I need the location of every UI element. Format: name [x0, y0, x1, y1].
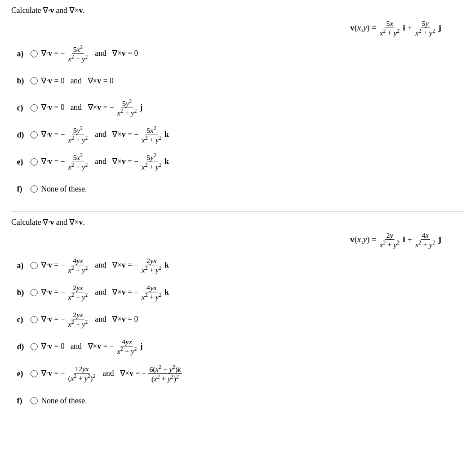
label-2b: b): [17, 288, 27, 297]
vector-field-2: v(x,y) = 2yx2 + y2 i + 4xx2 + y2 j: [11, 232, 464, 250]
label-2e: e): [17, 370, 27, 379]
problem-2-options: a) ∇·v = − 4yxx2 + y2 and ∇×v = − 2yxx2 …: [17, 255, 464, 412]
option-1f: f) None of these.: [17, 179, 464, 200]
option-2b-text: ∇·v = − 2yxx2 + y2 and ∇×v = − 4yxx2 + y…: [41, 284, 169, 302]
label-1b: b): [17, 77, 27, 86]
problem-1-header: Calculate ∇·v and ∇×v.: [11, 6, 464, 15]
option-1c: c) ∇·v = 0 and ∇×v = − 5y2x2 + y2 j: [17, 97, 464, 119]
divider: [11, 211, 464, 212]
option-2d: d) ∇·v = 0 and ∇×v = − 4yxx2 + y2 j: [17, 336, 464, 358]
option-1e: e) ∇·v = − 5x2x2 + y2 and ∇×v = − 5y2x2 …: [17, 152, 464, 173]
option-1d-text: ∇·v = − 5y2x2 + y2 and ∇×v = − 5x2x2 + y…: [41, 126, 169, 145]
option-2e: e) ∇·v = − 12yx (x2 + y2)2 and ∇×v = − 6…: [17, 363, 464, 385]
option-2b: b) ∇·v = − 2yxx2 + y2 and ∇×v = − 4yxx2 …: [17, 282, 464, 304]
option-1b: b) ∇·v = 0 and ∇×v = 0: [17, 70, 464, 92]
label-1d: d): [17, 131, 27, 140]
label-1f: f): [17, 185, 27, 194]
option-2f: f) None of these.: [17, 390, 464, 412]
radio-2d[interactable]: [30, 343, 38, 350]
radio-1e[interactable]: [30, 158, 38, 166]
radio-1a[interactable]: [30, 50, 38, 57]
radio-1c[interactable]: [30, 104, 38, 112]
option-2e-text: ∇·v = − 12yx (x2 + y2)2 and ∇×v = − 6(x2…: [41, 364, 182, 384]
radio-2a[interactable]: [30, 262, 38, 269]
problem-1-options: a) ∇·v = − 5x2x2 + y2 and ∇×v = 0 b) ∇·v…: [17, 43, 464, 200]
problem-1: Calculate ∇·v and ∇×v. v(x,y) = 5xx2 + y…: [11, 6, 464, 200]
option-2f-text: None of these.: [41, 397, 87, 406]
label-1e: e): [17, 158, 27, 167]
radio-2c[interactable]: [30, 316, 38, 323]
option-1e-text: ∇·v = − 5x2x2 + y2 and ∇×v = − 5y2x2 + y…: [41, 153, 169, 172]
radio-1d[interactable]: [30, 131, 38, 139]
label-2f: f): [17, 397, 27, 406]
label-2a: a): [17, 261, 27, 270]
option-1a: a) ∇·v = − 5x2x2 + y2 and ∇×v = 0: [17, 43, 464, 65]
radio-2f[interactable]: [30, 397, 38, 404]
option-2c: c) ∇·v = − 2yxx2 + y2 and ∇×v = 0: [17, 309, 464, 331]
problem-2-header: Calculate ∇·v and ∇×v.: [11, 217, 464, 227]
option-1c-text: ∇·v = 0 and ∇×v = − 5y2x2 + y2 j: [41, 99, 143, 118]
option-2d-text: ∇·v = 0 and ∇×v = − 4yxx2 + y2 j: [41, 338, 143, 356]
problem-2: Calculate ∇·v and ∇×v. v(x,y) = 2yx2 + y…: [11, 217, 464, 412]
label-2c: c): [17, 315, 27, 324]
option-2a-text: ∇·v = − 4yxx2 + y2 and ∇×v = − 2yxx2 + y…: [41, 257, 169, 275]
vector-field-1: v(x,y) = 5xx2 + y2 i + 5yx2 + y2 j: [11, 20, 464, 38]
radio-2b[interactable]: [30, 289, 38, 296]
option-2c-text: ∇·v = − 2yxx2 + y2 and ∇×v = 0: [41, 311, 138, 329]
option-2a: a) ∇·v = − 4yxx2 + y2 and ∇×v = − 2yxx2 …: [17, 255, 464, 277]
label-1c: c): [17, 104, 27, 113]
radio-2e[interactable]: [30, 370, 38, 377]
option-1a-text: ∇·v = − 5x2x2 + y2 and ∇×v = 0: [41, 45, 138, 64]
option-1b-text: ∇·v = 0 and ∇×v = 0: [41, 76, 113, 86]
radio-1b[interactable]: [30, 77, 38, 84]
radio-1f[interactable]: [30, 185, 38, 193]
label-2d: d): [17, 342, 27, 352]
option-1f-text: None of these.: [41, 185, 87, 194]
label-1a: a): [17, 50, 27, 59]
option-1d: d) ∇·v = − 5y2x2 + y2 and ∇×v = − 5x2x2 …: [17, 124, 464, 146]
